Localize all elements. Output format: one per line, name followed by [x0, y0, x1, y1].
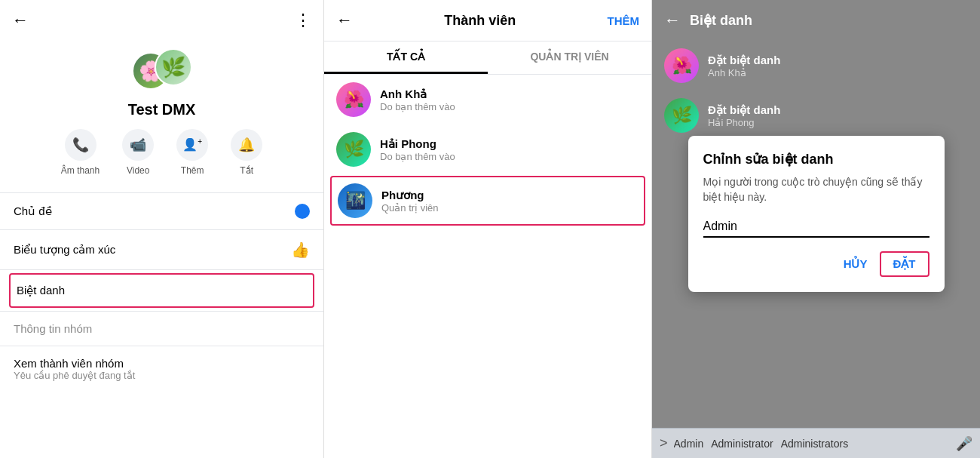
menu-item-nickname[interactable]: Biệt danh: [9, 273, 314, 308]
keyboard-mic-icon[interactable]: 🎤: [956, 435, 972, 452]
tab-admin[interactable]: QUẢN TRỊ VIÊN: [488, 41, 651, 74]
avatar-right: 🌿: [155, 48, 192, 86]
kb-suggest-2[interactable]: Administrator: [711, 438, 773, 450]
modal-description: Mọi người trong cuộc trò chuyện cũng sẽ …: [703, 175, 929, 204]
profile-section: 🌸 🌿 Test DMX 📞 Âm thanh 📹 Video 👤+ Thêm: [0, 41, 323, 192]
kb-suggest-3[interactable]: Administrators: [781, 438, 848, 450]
member-avatar-hai-phong: 🌿: [336, 132, 371, 167]
member-list: 🌺 Anh Khả Do bạn thêm vào 🌿 Hải Phong Do…: [324, 75, 651, 458]
panel2-title: Thành viên: [444, 13, 516, 29]
member-avatar-phuong: 🌃: [338, 183, 372, 218]
video-icon: 📹: [122, 129, 154, 161]
panel1-header: ← ⋮: [0, 0, 323, 41]
tab-bar: TẤT CẢ QUẢN TRỊ VIÊN: [324, 41, 651, 75]
modal-actions: HỦY ĐẶT: [703, 251, 929, 277]
emoji-label: Biểu tượng cảm xúc: [14, 243, 115, 257]
more-options-button[interactable]: ⋮: [295, 11, 311, 30]
tab-all[interactable]: TẤT CẢ: [324, 41, 488, 74]
menu-item-members[interactable]: Xem thành viên nhóm Yêu cầu phê duyệt đa…: [0, 346, 323, 392]
mute-label: Tắt: [240, 165, 253, 176]
member-sub-hai-phong: Do bạn thêm vào: [380, 151, 639, 162]
theme-label: Chủ đề: [14, 204, 52, 218]
nickname-label: Biệt danh: [17, 284, 65, 297]
group-info-label: Thông tin nhóm: [14, 322, 92, 335]
action-mute[interactable]: 🔔 Tắt: [231, 129, 262, 176]
avatar-group: 🌸 🌿: [132, 48, 192, 94]
panel2-back-button[interactable]: ←: [336, 11, 353, 30]
keyboard-bar: > Admin Administrator Administrators 🎤: [652, 428, 980, 458]
menu-item-group-info[interactable]: Thông tin nhóm: [0, 312, 323, 346]
group-name: Test DMX: [128, 101, 196, 118]
menu-list: Chủ đề Biểu tượng cảm xúc 👍 Biệt danh Th…: [0, 193, 323, 458]
theme-color-dot: [295, 204, 310, 219]
modal-cancel-button[interactable]: HỦY: [844, 257, 868, 271]
menu-item-emoji[interactable]: Biểu tượng cảm xúc 👍: [0, 230, 323, 269]
edit-nickname-dialog: Chỉnh sửa biệt danh Mọi người trong cuộc…: [688, 136, 945, 292]
action-audio[interactable]: 📞 Âm thanh: [61, 129, 100, 176]
audio-label: Âm thanh: [61, 165, 100, 176]
panel-chat-info: ← ⋮ 🌸 🌿 Test DMX 📞 Âm thanh 📹 Video: [0, 0, 324, 458]
modal-title: Chỉnh sửa biệt danh: [703, 151, 929, 168]
members-sub: Yêu cầu phê duyệt đang tắt: [14, 370, 135, 381]
avatar-color-anh-kha: 🌺: [336, 82, 371, 117]
keyboard-suggestions: Admin Administrator Administrators: [674, 438, 950, 450]
them-button[interactable]: THÊM: [607, 14, 639, 27]
panel2-header: ← Thành viên THÊM: [324, 0, 651, 41]
add-label: Thêm: [181, 165, 204, 176]
audio-icon: 📞: [65, 129, 96, 161]
action-buttons: 📞 Âm thanh 📹 Video 👤+ Thêm 🔔 Tắt: [61, 129, 262, 176]
panel-nickname: ← Biệt danh 🌺 Đặt biệt danh Anh Khả 🌿: [652, 0, 980, 458]
action-add[interactable]: 👤+ Thêm: [176, 129, 208, 176]
member-info-anh-kha: Anh Khả Do bạn thêm vào: [380, 88, 639, 112]
member-name-phuong: Phương: [381, 189, 638, 202]
member-item-anh-kha[interactable]: 🌺 Anh Khả Do bạn thêm vào: [324, 75, 651, 124]
member-name-hai-phong: Hải Phong: [380, 137, 639, 151]
action-video[interactable]: 📹 Video: [122, 129, 154, 176]
panel-members: ← Thành viên THÊM TẤT CẢ QUẢN TRỊ VIÊN 🌺…: [324, 0, 652, 458]
menu-item-theme[interactable]: Chủ đề: [0, 193, 323, 229]
members-label: Xem thành viên nhóm: [14, 357, 124, 370]
keyboard-chevron[interactable]: >: [660, 435, 668, 451]
member-item-hai-phong[interactable]: 🌿 Hải Phong Do bạn thêm vào: [324, 124, 651, 174]
divider3: [0, 269, 323, 270]
back-button[interactable]: ←: [12, 11, 29, 30]
member-sub-anh-kha: Do bạn thêm vào: [380, 101, 639, 112]
modal-set-button[interactable]: ĐẶT: [880, 251, 929, 277]
kb-suggest-1[interactable]: Admin: [674, 438, 704, 450]
modal-overlay: Chỉnh sửa biệt danh Mọi người trong cuộc…: [652, 0, 980, 428]
emoji-thumb-icon: 👍: [291, 241, 310, 259]
bell-icon: 🔔: [231, 129, 262, 161]
member-avatar-anh-kha: 🌺: [336, 82, 371, 117]
video-label: Video: [127, 165, 149, 176]
add-person-icon: 👤+: [176, 129, 208, 161]
member-info-phuong: Phương Quản trị viên: [381, 189, 638, 214]
avatar-color-phuong: 🌃: [338, 183, 372, 218]
member-item-phuong[interactable]: 🌃 Phương Quản trị viên: [330, 176, 645, 226]
member-sub-phuong: Quản trị viên: [381, 202, 638, 214]
member-info-hai-phong: Hải Phong Do bạn thêm vào: [380, 137, 639, 162]
member-name-anh-kha: Anh Khả: [380, 88, 639, 101]
nickname-input[interactable]: [703, 217, 929, 238]
avatar-color-hai-phong: 🌿: [336, 132, 371, 167]
